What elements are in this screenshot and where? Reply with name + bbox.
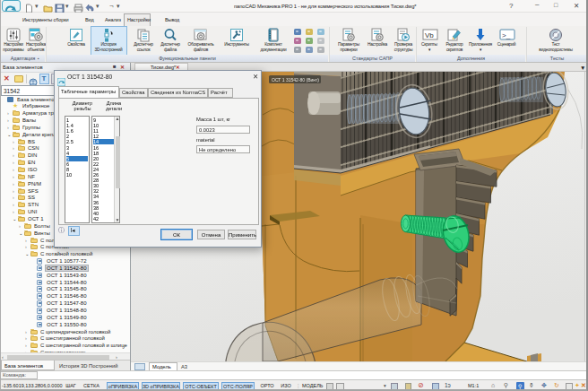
svg-text:Vb: Vb [425, 31, 434, 39]
svg-text:>_: >_ [502, 31, 511, 39]
svg-text:ОСТ 1 31542-80 (Винт): ОСТ 1 31542-80 (Винт) [272, 77, 319, 83]
